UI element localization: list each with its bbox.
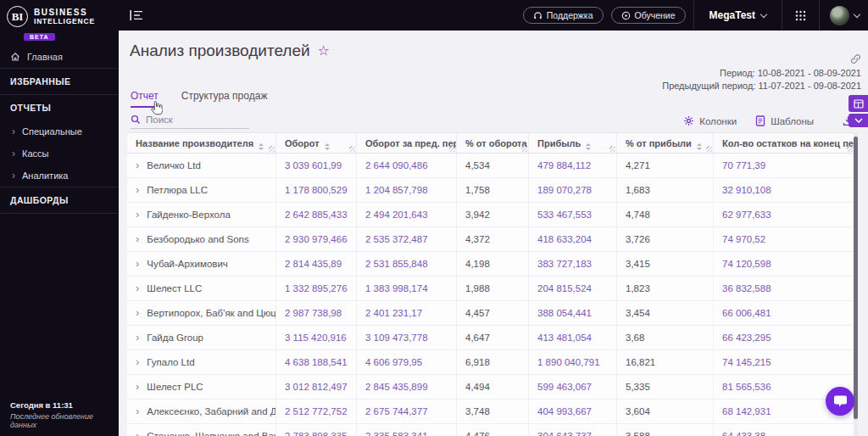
column-header-label: Оборот (285, 138, 320, 148)
producers-table: Название производителяОборотОборот за пр… (127, 132, 854, 436)
cell-value: 4,476 (457, 424, 529, 436)
table-row[interactable]: ›Стеценко, Шевченко and Вакуленко2 783 8… (127, 424, 854, 436)
sort-icon[interactable] (697, 143, 702, 150)
table-row[interactable]: ›Безбородько and Sons2 930 979,4662 535 … (127, 227, 854, 252)
cell-producer-name[interactable]: ›Стеценко, Шевченко and Вакуленко (127, 424, 276, 436)
cell-producer-name[interactable]: ›Гупало Ltd (127, 350, 276, 374)
sidebar-item-home[interactable]: Главная (0, 46, 119, 68)
table-row[interactable]: ›Алексеєнко, Забарний and Дараган2 512 7… (127, 400, 854, 424)
support-button[interactable]: Поддержка (523, 7, 604, 24)
sidebar-toggle-icon[interactable] (130, 9, 143, 21)
column-header-5[interactable]: % от прибыли (617, 133, 714, 153)
cell-value: 4,198 (457, 252, 529, 276)
producer-name: Шелест LLC (147, 277, 202, 300)
training-button[interactable]: Обучение (611, 7, 686, 24)
cell-value: 2 494 201,643 (357, 203, 457, 226)
cell-producer-name[interactable]: ›Петлюра LLC (127, 178, 276, 202)
column-header-0[interactable]: Название производителя (127, 133, 276, 153)
panel-collapse-button[interactable] (849, 114, 868, 127)
column-resize-handle[interactable] (847, 146, 853, 152)
cell-producer-name[interactable]: ›Вертипорох, Баб'як and Цюцюра (127, 301, 276, 325)
column-resize-handle[interactable] (609, 146, 615, 152)
column-resize-handle[interactable] (269, 146, 275, 152)
sidebar-item-label: Специальные (22, 126, 82, 137)
expand-row-icon[interactable]: › (136, 424, 139, 436)
cell-value: 2 512 772,752 (276, 400, 357, 423)
sidebar-section-favorites[interactable]: ИЗБРАННЫЕ (0, 69, 119, 94)
chevron-right-icon: › (12, 127, 15, 136)
table-row[interactable]: ›Гайденко-Верхола2 642 885,4332 494 201,… (127, 203, 854, 227)
logo-line2: INTELLIGENCE (34, 17, 95, 25)
sort-icon[interactable] (586, 143, 591, 150)
expand-row-icon[interactable]: › (136, 400, 139, 423)
column-header-2[interactable]: Оборот за пред. период (357, 133, 457, 153)
cell-producer-name[interactable]: ›Гайда Group (127, 326, 276, 349)
tab-sales-structure[interactable]: Структура продаж (181, 90, 268, 108)
expand-row-icon[interactable]: › (136, 154, 139, 177)
column-resize-handle[interactable] (349, 146, 355, 152)
column-resize-handle[interactable] (706, 146, 712, 152)
topbar: Поддержка Обучение MegaTest (119, 0, 868, 31)
sidebar-item-report-0[interactable]: ›Специальные (0, 120, 119, 143)
table-row[interactable]: ›Вертипорох, Баб'як and Цюцюра2 987 738,… (127, 301, 854, 326)
scrollbar-thumb[interactable] (854, 137, 858, 419)
column-header-3[interactable]: % от оборота (457, 133, 529, 153)
expand-row-icon[interactable]: › (136, 375, 139, 399)
expand-row-icon[interactable]: › (136, 326, 139, 349)
sidebar-section-dashboards[interactable]: ДАШБОРДЫ (0, 187, 119, 213)
copy-link-button[interactable] (662, 53, 861, 64)
expand-row-icon[interactable]: › (136, 301, 139, 325)
table-row[interactable]: ›Гайда Group3 115 420,9163 109 473,7784,… (127, 326, 854, 350)
cell-value: 16,821 (617, 350, 714, 374)
cell-value: 3,748 (457, 400, 529, 423)
cell-producer-name[interactable]: ›Алексеєнко, Забарний and Дараган (127, 400, 276, 423)
cell-producer-name[interactable]: ›Безбородько and Sons (127, 227, 276, 251)
account-menu[interactable]: MegaTest (694, 0, 782, 31)
table-row[interactable]: ›Шелест LLC1 332 895,2761 383 998,1741,9… (127, 277, 854, 301)
sort-icon[interactable] (259, 143, 264, 150)
training-label: Обучение (635, 10, 676, 20)
table-scrollbar[interactable] (854, 132, 858, 436)
cell-value: 1,988 (457, 277, 529, 300)
cell-value: 3 115 420,916 (276, 326, 357, 349)
cell-producer-name[interactable]: ›Шелест LLC (127, 277, 276, 300)
search-box (131, 115, 249, 129)
columns-button[interactable]: Колонки (683, 115, 737, 126)
expand-row-icon[interactable]: › (136, 277, 139, 300)
expand-row-icon[interactable]: › (136, 178, 139, 202)
expand-row-icon[interactable]: › (136, 252, 139, 276)
cell-value: 4,372 (457, 227, 529, 251)
column-header-1[interactable]: Оборот (276, 133, 357, 153)
bi-logo-icon: BI (7, 6, 28, 27)
expand-row-icon[interactable]: › (136, 350, 139, 374)
column-header-4[interactable]: Прибыль (529, 133, 617, 153)
column-header-6[interactable]: Кол-во остатков на конец периода (714, 133, 854, 153)
apps-grid-button[interactable] (782, 0, 819, 31)
cell-producer-name[interactable]: ›Величко Ltd (127, 154, 276, 177)
expand-row-icon[interactable]: › (136, 203, 139, 226)
panel-toggle-button[interactable] (849, 95, 868, 112)
main-content: Анализ производителей ☆ Период: 10-08-20… (119, 31, 868, 436)
cell-value: 2 644 090,486 (357, 154, 457, 177)
column-resize-handle[interactable] (449, 146, 455, 152)
templates-button[interactable]: Шаблоны (755, 115, 814, 126)
chat-button[interactable] (826, 387, 854, 416)
expand-row-icon[interactable]: › (136, 227, 139, 251)
cell-producer-name[interactable]: ›Чубай-Архимович (127, 252, 276, 276)
table-row[interactable]: ›Гупало Ltd4 638 188,5414 606 979,956,91… (127, 350, 854, 375)
sidebar-item-report-2[interactable]: ›Аналитика (0, 165, 119, 187)
sidebar-section-reports[interactable]: ОТЧЕТЫ (0, 95, 119, 120)
sidebar-item-report-1[interactable]: ›Кассы (0, 143, 119, 165)
column-resize-handle[interactable] (521, 146, 527, 152)
table-row[interactable]: ›Чубай-Архимович2 814 435,892 531 855,84… (127, 252, 854, 277)
cell-producer-name[interactable]: ›Гайденко-Верхола (127, 203, 276, 226)
table-row[interactable]: ›Петлюра LLC1 178 800,5291 204 857,7981,… (127, 178, 854, 203)
sidebar-item-label: Главная (27, 52, 63, 62)
cell-value: 3,604 (617, 400, 714, 423)
favorite-star-icon[interactable]: ☆ (318, 44, 330, 58)
table-row[interactable]: ›Величко Ltd3 039 601,992 644 090,4864,5… (127, 154, 854, 178)
sort-icon[interactable] (325, 143, 330, 150)
cell-producer-name[interactable]: ›Шелест PLC (127, 375, 276, 399)
table-row[interactable]: ›Шелест PLC3 012 812,4972 845 435,8994,4… (127, 375, 854, 400)
user-menu[interactable] (820, 0, 868, 31)
